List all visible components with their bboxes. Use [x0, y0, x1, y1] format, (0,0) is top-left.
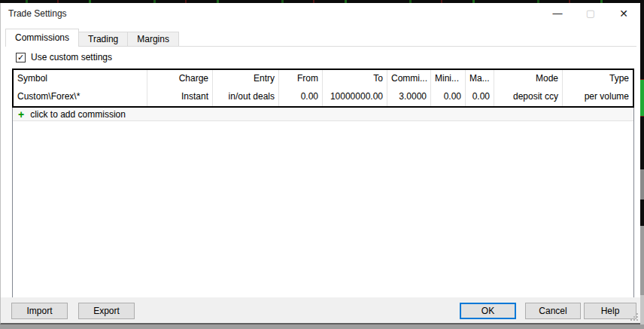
ok-button[interactable]: OK: [460, 303, 516, 319]
commission-row[interactable]: Custom\Forex\* Instant in/out deals 0.00…: [14, 88, 633, 106]
tab-bar: Commissions Trading Margins: [5, 29, 179, 47]
use-custom-settings-row[interactable]: ✓ Use custom settings: [16, 52, 112, 62]
maximize-button: ▢: [574, 3, 607, 24]
title-bar[interactable]: Trade Settings — ▢ ✕: [1, 3, 640, 24]
cell-symbol[interactable]: Custom\Forex\*: [14, 88, 147, 106]
selected-commission-group[interactable]: Symbol Charge Entry From To Commi... Min…: [12, 69, 634, 108]
window-title: Trade Settings: [8, 8, 67, 19]
cancel-button[interactable]: Cancel: [525, 303, 581, 319]
column-header-maximal[interactable]: Ma...: [466, 70, 494, 88]
use-custom-settings-checkbox[interactable]: ✓: [16, 53, 26, 62]
column-header-to[interactable]: To: [323, 70, 387, 88]
tab-margins[interactable]: Margins: [128, 32, 179, 47]
cell-charge[interactable]: Instant: [147, 88, 213, 106]
column-header-commission[interactable]: Commi...: [387, 70, 431, 88]
minimize-button[interactable]: —: [541, 3, 574, 24]
tab-trading[interactable]: Trading: [79, 32, 128, 47]
column-header-symbol[interactable]: Symbol: [14, 70, 147, 88]
cell-type[interactable]: per volume: [563, 88, 633, 106]
help-button[interactable]: Help: [584, 303, 636, 319]
background-strip-bottom: [0, 324, 644, 329]
background-chart-strip-right: [640, 3, 644, 329]
cell-from[interactable]: 0.00: [279, 88, 323, 106]
trade-settings-dialog: Trade Settings — ▢ ✕ Commissions Trading…: [0, 3, 640, 324]
column-header-type[interactable]: Type: [563, 70, 633, 88]
cell-to[interactable]: 10000000.00: [323, 88, 387, 106]
tab-divider: [148, 46, 636, 47]
column-header-entry[interactable]: Entry: [213, 70, 279, 88]
resize-grip[interactable]: [630, 313, 638, 321]
background-candle-green: [640, 79, 644, 117]
export-button[interactable]: Export: [78, 303, 135, 319]
import-button[interactable]: Import: [11, 303, 68, 319]
add-commission-row[interactable]: + click to add commission: [13, 108, 633, 121]
close-button[interactable]: ✕: [607, 3, 640, 24]
dialog-button-strip: Import Export OK Cancel Help: [1, 297, 640, 323]
cell-minimal[interactable]: 0.00: [431, 88, 466, 106]
background-segment: [640, 169, 644, 200]
cell-commission[interactable]: 3.0000: [387, 88, 431, 106]
column-header-minimal[interactable]: Mini...: [431, 70, 466, 88]
background-segment: [640, 226, 644, 295]
cell-entry[interactable]: in/out deals: [213, 88, 279, 106]
commissions-list[interactable]: Symbol Charge Entry From To Commi... Min…: [12, 69, 634, 299]
plus-icon: +: [18, 108, 24, 120]
use-custom-settings-label: Use custom settings: [31, 52, 112, 62]
cell-maximal[interactable]: 0.00: [466, 88, 494, 106]
tab-commissions[interactable]: Commissions: [5, 29, 79, 47]
column-header-mode[interactable]: Mode: [494, 70, 563, 88]
add-commission-label: click to add commission: [30, 109, 126, 120]
table-header-row: Symbol Charge Entry From To Commi... Min…: [14, 70, 633, 88]
column-header-charge[interactable]: Charge: [147, 70, 213, 88]
cell-mode[interactable]: deposit ccy: [494, 88, 563, 106]
column-header-from[interactable]: From: [279, 70, 323, 88]
